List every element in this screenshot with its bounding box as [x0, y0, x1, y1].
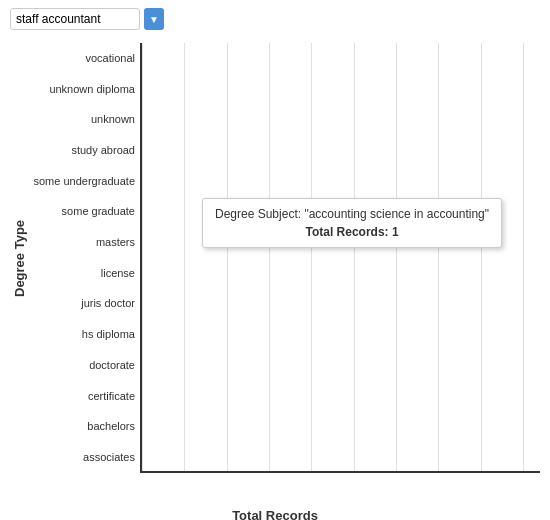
chart-area: Degree Type vocationalunknown diplomaunk…	[10, 43, 540, 473]
y-label-doctorate: doctorate	[30, 352, 135, 378]
y-label-some-graduate: some graduate	[30, 199, 135, 225]
dropdown-button[interactable]: ▼	[144, 8, 164, 30]
tooltip: Degree Subject: "accounting science in a…	[202, 198, 502, 248]
y-label-associates: associates	[30, 444, 135, 470]
y-label-some-undergraduate: some undergraduate	[30, 168, 135, 194]
tooltip-value: Total Records: 1	[215, 225, 489, 239]
tooltip-value-number: 1	[392, 225, 399, 239]
y-label-hs-diploma: hs diploma	[30, 322, 135, 348]
tooltip-subject: Degree Subject: "accounting science in a…	[215, 207, 489, 221]
y-label-study-abroad: study abroad	[30, 137, 135, 163]
tooltip-value-label: Total Records:	[305, 225, 388, 239]
y-axis-label: Degree Type	[10, 43, 28, 473]
chevron-down-icon: ▼	[149, 14, 159, 25]
x-axis-label: Total Records	[0, 508, 550, 520]
app-container: ▼ Degree Type vocationalunknown diplomau…	[0, 0, 550, 520]
y-label-juris-doctor: juris doctor	[30, 291, 135, 317]
x-axis-container	[140, 473, 540, 513]
y-label-license: license	[30, 260, 135, 286]
y-label-unknown-diploma: unknown diploma	[30, 76, 135, 102]
tooltip-subject-text: "accounting science in accounting"	[304, 207, 489, 221]
y-label-vocational: vocational	[30, 45, 135, 71]
search-input[interactable]	[10, 8, 140, 30]
tooltip-label: Degree Subject:	[215, 207, 301, 221]
bars-inner	[142, 43, 540, 471]
y-label-bachelors: bachelors	[30, 414, 135, 440]
y-label-certificate: certificate	[30, 383, 135, 409]
chart-container: Degree Type vocationalunknown diplomaunk…	[0, 38, 550, 520]
bars-section: Degree Subject: "accounting science in a…	[140, 43, 540, 473]
y-label-masters: masters	[30, 230, 135, 256]
y-label-unknown: unknown	[30, 107, 135, 133]
top-bar: ▼	[0, 0, 550, 38]
y-labels: vocationalunknown diplomaunknownstudy ab…	[30, 43, 140, 473]
